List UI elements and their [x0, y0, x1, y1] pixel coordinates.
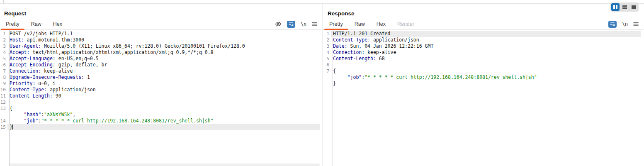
wrap-lines-icon	[610, 22, 615, 27]
line-content: Content-Type: application/json	[7, 87, 320, 93]
response-panel: Response PrettyRawHexRender \n	[323, 4, 644, 166]
editor-line[interactable]: 13{	[0, 105, 323, 112]
line-content: {	[331, 68, 641, 74]
line-content: "hash":"aXNsYW5k",	[7, 112, 320, 118]
editor-line[interactable]: 4Accept: text/html,application/xhtml+xml…	[0, 49, 323, 56]
newline-toggle-button[interactable]: \n	[301, 20, 306, 28]
tab-raw[interactable]: Raw	[349, 19, 371, 29]
hamburger-menu-button[interactable]	[633, 20, 639, 28]
line-number: 1	[323, 31, 331, 37]
response-editor[interactable]: 1HTTP/1.1 201 Created2Content-Type: appl…	[323, 31, 644, 166]
square-icon	[632, 5, 636, 9]
line-content	[7, 99, 320, 105]
line-content: "job":"* * * * * curl http://192.168.164…	[331, 74, 641, 81]
editor-line[interactable]: 2Content-Type: application/json	[323, 37, 644, 43]
eye-off-icon[interactable]	[275, 20, 282, 28]
hamburger-menu-button[interactable]	[312, 20, 317, 28]
request-tabbar: PrettyRawHex \n	[0, 19, 323, 30]
editor-line[interactable]: 3Date: Sun, 04 Jan 2026 12:22:16 GMT	[323, 43, 644, 49]
line-content: Accept-Encoding: gzip, deflate, br	[7, 62, 320, 68]
newline-toggle-button[interactable]: \n	[622, 20, 628, 28]
line-number: 3	[0, 43, 7, 49]
editor-line[interactable]: 15}	[0, 124, 323, 130]
editor-line[interactable]: 7Connection: keep-alive	[0, 68, 323, 74]
line-content: Content-Length: 68	[331, 56, 641, 62]
line-number: 11	[0, 93, 7, 99]
line-content: User-Agent: Mozilla/5.0 (X11; Linux x86_…	[7, 43, 320, 49]
editor-line[interactable]: 9Priority: u=0, i	[0, 81, 323, 87]
request-toolbar: \n	[275, 19, 323, 29]
layout-rows-button[interactable]	[620, 3, 629, 11]
request-hscrollbar[interactable]	[10, 164, 320, 166]
request-editor[interactable]: 1POST /v2/jobs HTTP/1.12Host: api.motunu…	[0, 31, 323, 166]
editor-line[interactable]: 10Content-Type: application/json	[0, 87, 323, 93]
line-number: 3	[323, 43, 331, 49]
line-number: 6	[323, 62, 331, 68]
editor-line[interactable]: 7{	[323, 68, 644, 74]
editor-line[interactable]: 12	[0, 99, 323, 105]
pause-bars-icon	[613, 5, 617, 9]
layout-toggle-group	[610, 2, 639, 12]
line-number	[323, 74, 331, 81]
line-content: }	[331, 81, 641, 87]
tab-hex[interactable]: Hex	[47, 19, 68, 29]
layout-single-button[interactable]	[629, 3, 638, 11]
editor-line[interactable]: 3User-Agent: Mozilla/5.0 (X11; Linux x86…	[0, 43, 323, 49]
line-number: 10	[0, 87, 7, 93]
line-content	[331, 62, 641, 68]
editor-line[interactable]: 6Accept-Encoding: gzip, deflate, br	[0, 62, 323, 68]
editor-line[interactable]: 5Accept-Language: en-US,en;q=0.5	[0, 56, 323, 62]
line-content: Priority: u=0, i	[7, 81, 320, 87]
tab-pretty[interactable]: Pretty	[0, 19, 25, 29]
line-number: 4	[323, 49, 331, 56]
line-number: 5	[0, 56, 7, 62]
editor-line[interactable]: 14 "job":"* * * * * curl http://192.168.…	[0, 118, 323, 124]
line-content: Accept: text/html,application/xhtml+xml,…	[7, 49, 320, 56]
line-content: "job":"* * * * * curl http://192.168.164…	[7, 118, 320, 124]
editor-line[interactable]: 11Content-Length: 90	[0, 93, 323, 99]
layout-columns-button[interactable]	[611, 3, 620, 11]
line-content: {	[7, 105, 320, 112]
line-content: }	[7, 124, 320, 130]
editor-line[interactable]: 1HTTP/1.1 201 Created	[323, 31, 644, 37]
tab-render: Render	[391, 19, 420, 29]
editor-line[interactable]: 1POST /v2/jobs HTTP/1.1	[0, 31, 323, 37]
line-content: Connection: keep-alive	[331, 49, 641, 56]
response-panel-title: Response	[328, 10, 644, 17]
wrap-lines-button[interactable]	[608, 21, 617, 28]
line-content: Content-Length: 90	[7, 93, 320, 99]
stacked-bars-icon	[622, 5, 627, 10]
editor-line[interactable]: 4Connection: keep-alive	[323, 49, 644, 56]
line-number: 14	[0, 118, 7, 124]
response-tabbar: PrettyRawHexRender \n	[323, 19, 644, 30]
request-tabs: PrettyRawHex	[0, 19, 68, 29]
line-number: 6	[0, 62, 7, 68]
hamburger-icon	[312, 22, 317, 27]
tab-raw[interactable]: Raw	[25, 19, 47, 29]
newline-label: \n	[622, 21, 628, 27]
line-number: 13	[0, 105, 7, 112]
editor-line[interactable]: "job":"* * * * * curl http://192.168.164…	[323, 74, 644, 81]
line-content: HTTP/1.1 201 Created	[331, 31, 641, 37]
line-number: 15	[0, 124, 7, 130]
line-content: Connection: keep-alive	[7, 68, 320, 74]
editor-line[interactable]: 6	[323, 62, 644, 68]
editor-line[interactable]: 8Upgrade-Insecure-Requests: 1	[0, 74, 323, 81]
line-number: 1	[0, 31, 7, 37]
line-number: 9	[0, 81, 7, 87]
line-number: 5	[323, 56, 331, 62]
top-left-edge	[3, 0, 4, 3]
editor-line[interactable]: }	[323, 81, 644, 87]
line-content: Date: Sun, 04 Jan 2026 12:22:16 GMT	[331, 43, 641, 49]
tab-hex[interactable]: Hex	[371, 19, 391, 29]
line-number: 12	[0, 99, 7, 105]
tab-pretty[interactable]: Pretty	[323, 19, 349, 29]
editor-line[interactable]: 2Host: api.motunui.thm:3000	[0, 37, 323, 43]
line-number	[323, 81, 331, 87]
editor-line[interactable]: "hash":"aXNsYW5k",	[0, 112, 323, 118]
wrap-lines-button[interactable]	[287, 21, 295, 28]
newline-label: \n	[301, 21, 306, 27]
line-content: Content-Type: application/json	[331, 37, 641, 43]
line-number: 2	[323, 37, 331, 43]
editor-line[interactable]: 5Content-Length: 68	[323, 56, 644, 62]
